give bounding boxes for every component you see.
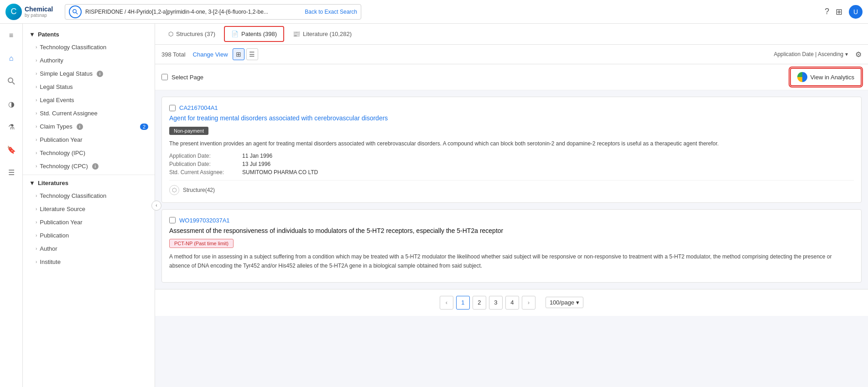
sidebar-collapse-button[interactable]: ‹ <box>151 201 161 211</box>
chevron-icon: › <box>36 150 37 155</box>
card-2-abstract: A method for use in assessing in a subje… <box>169 253 854 270</box>
total-count: 398 Total <box>161 51 186 58</box>
sidebar-patents-section[interactable]: ▼ Patents <box>23 28 155 41</box>
sidebar-label: Publication <box>40 232 69 239</box>
search-bar[interactable]: RISPERIDONE / 4H-Pyrido[1,2-a]pyrimidin-… <box>65 4 361 20</box>
per-page-select[interactable]: 100/page ▾ <box>546 297 583 308</box>
patents-icon: 📄 <box>231 31 239 37</box>
sidebar-item-lit-tech-class[interactable]: › Technology Classification <box>23 189 155 202</box>
sidebar-label: Technology Classification <box>40 192 106 199</box>
card-1-structure-link[interactable]: ⬡ Structure(42) <box>169 180 854 195</box>
sidebar-label: Legal Status <box>40 83 73 90</box>
sidebar-label: Technology (CPC) <box>40 163 88 170</box>
chevron-icon: › <box>36 259 37 264</box>
chevron-icon: › <box>36 137 37 142</box>
card-2-header: WO1997032037A1 <box>169 217 854 224</box>
sidebar-item-authority[interactable]: › Authority <box>23 54 155 67</box>
chevron-icon: › <box>36 124 37 129</box>
grid-view-button[interactable]: ⊞ <box>233 48 244 60</box>
card-1-assignee-row: Std. Current Assignee: SUMITOMO PHARMA C… <box>169 169 854 175</box>
tab-patents-label: Patents (398) <box>241 31 277 37</box>
info-icon[interactable]: i <box>77 124 83 130</box>
chevron-icon: › <box>36 164 37 169</box>
card-1-pub-date-row: Publication Date: 13 Jul 1996 <box>169 161 854 167</box>
select-page-checkbox[interactable] <box>161 74 168 80</box>
per-page-value: 100/page <box>550 299 574 306</box>
sort-label: Application Date | Ascending <box>774 51 843 57</box>
view-analytics-button[interactable]: View in Analytics <box>790 68 862 86</box>
per-page-chevron-icon: ▾ <box>576 299 579 306</box>
sidebar-item-lit-pub-year[interactable]: › Publication Year <box>23 216 155 229</box>
assignee-value: SUMITOMO PHARMA CO LTD <box>242 169 318 175</box>
nav-analytics-icon[interactable]: ◑ <box>4 97 19 111</box>
sidebar-item-lit-source[interactable]: › Literature Source <box>23 202 155 216</box>
list-view-button[interactable]: ☰ <box>246 48 258 60</box>
settings-gear-icon[interactable]: ⚙ <box>855 50 862 59</box>
nav-bookmark-icon[interactable]: 🔖 <box>4 142 19 157</box>
nav-flask-icon[interactable]: ⚗ <box>4 119 19 134</box>
nav-list-icon[interactable]: ☰ <box>4 165 19 180</box>
info-icon[interactable]: i <box>92 163 99 170</box>
page-3-button[interactable]: 3 <box>489 296 503 310</box>
sidebar-literatures-section[interactable]: ▼ Literatures <box>23 177 155 189</box>
sidebar: ▼ Patents › Technology Classification › … <box>23 24 155 387</box>
grid-icon[interactable]: ⊞ <box>836 7 842 17</box>
select-page-row: Select Page View in Analytics <box>155 64 868 90</box>
nav-search-icon[interactable] <box>4 74 19 88</box>
nav-home-icon[interactable]: ⌂ <box>4 51 19 66</box>
change-view-button[interactable]: Change View <box>193 51 228 58</box>
sidebar-divider <box>23 175 155 175</box>
svg-point-0 <box>73 9 77 13</box>
nav-menu-icon[interactable]: ≡ <box>4 28 19 43</box>
card-1-abstract: The present invention provides an agent … <box>169 139 854 148</box>
sidebar-label: Publication Year <box>40 219 82 226</box>
sidebar-label: Legal Events <box>40 97 74 103</box>
sidebar-item-pub-year[interactable]: › Publication Year <box>23 133 155 146</box>
tab-structures-label: Structures (37) <box>176 31 215 37</box>
chevron-icon: › <box>36 71 37 76</box>
sidebar-label: Author <box>40 245 57 252</box>
sidebar-item-simple-legal[interactable]: › Simple Legal Status i <box>23 67 155 80</box>
sort-select[interactable]: Application Date | Ascending ▾ <box>774 51 848 57</box>
view-icons: ⊞ ☰ <box>233 48 258 60</box>
card-2-badge: PCT-NP (Past time limit) <box>169 239 234 248</box>
sidebar-item-tech-classification[interactable]: › Technology Classification <box>23 41 155 54</box>
page-1-button[interactable]: 1 <box>456 296 470 310</box>
toolbar: 398 Total Change View ⊞ ☰ Application Da… <box>155 45 868 64</box>
user-avatar[interactable]: U <box>849 5 863 19</box>
chevron-icon: › <box>36 58 37 63</box>
sidebar-item-tech-ipc[interactable]: › Technology (IPC) <box>23 146 155 160</box>
back-to-exact-search-link[interactable]: Back to Exact Search <box>305 9 357 15</box>
sidebar-item-legal-events[interactable]: › Legal Events <box>23 93 155 107</box>
card-2-id[interactable]: WO1997032037A1 <box>179 217 230 224</box>
card-2-title[interactable]: Assessment of the responsiveness of indi… <box>169 227 854 236</box>
sidebar-item-claim-types[interactable]: › Claim Types i 2 <box>23 120 155 133</box>
tab-patents[interactable]: 📄 Patents (398) <box>224 26 284 42</box>
chevron-icon: › <box>36 206 37 212</box>
info-icon[interactable]: i <box>97 71 103 77</box>
sidebar-item-lit-author[interactable]: › Author <box>23 242 155 255</box>
tab-structures[interactable]: ⬡ Structures (37) <box>161 26 222 41</box>
sidebar-item-lit-publication[interactable]: › Publication <box>23 229 155 242</box>
sidebar-item-tech-cpc[interactable]: › Technology (CPC) i <box>23 160 155 173</box>
sort-chevron-icon: ▾ <box>845 51 848 57</box>
card-1-header: CA2167004A1 <box>169 104 854 111</box>
page-4-button[interactable]: 4 <box>505 296 519 310</box>
card-1-checkbox[interactable] <box>169 105 176 111</box>
card-2-checkbox[interactable] <box>169 217 176 223</box>
sidebar-label: Claim Types <box>40 123 72 130</box>
tab-literature[interactable]: 📰 Literature (10,282) <box>286 26 359 41</box>
chevron-icon: › <box>36 193 37 198</box>
patent-card-2: WO1997032037A1 Assessment of the respons… <box>161 209 862 283</box>
card-1-id[interactable]: CA2167004A1 <box>179 104 218 111</box>
main-layout: ≡ ⌂ ◑ ⚗ 🔖 ☰ ▼ Patents › Technology Class… <box>0 24 868 387</box>
sidebar-item-lit-institute[interactable]: › Institute <box>23 255 155 268</box>
help-icon[interactable]: ? <box>825 7 829 16</box>
card-1-title[interactable]: Agent for treating mental disorders asso… <box>169 114 854 123</box>
pub-date-label: Publication Date: <box>169 161 242 167</box>
sidebar-item-legal-status[interactable]: › Legal Status <box>23 80 155 93</box>
prev-page-button[interactable]: ‹ <box>440 296 453 310</box>
page-2-button[interactable]: 2 <box>473 296 486 310</box>
sidebar-item-std-assignee[interactable]: › Std. Current Assignee <box>23 107 155 120</box>
next-page-button[interactable]: › <box>522 296 535 310</box>
